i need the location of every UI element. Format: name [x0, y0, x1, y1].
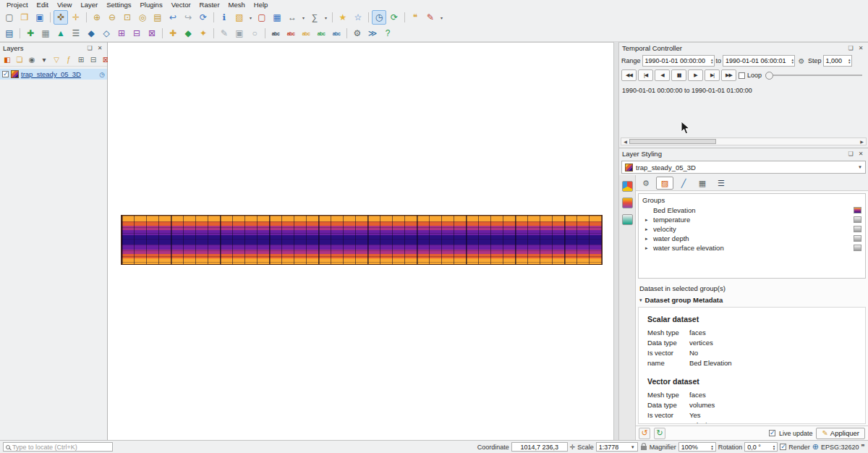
layer-tree-item[interactable]: trap_steady_05_3D ◷ — [0, 69, 107, 80]
menu-item[interactable]: Project — [2, 0, 33, 9]
layer-labeling-icon[interactable]: abc — [268, 26, 283, 41]
extents-icon[interactable]: ✛ — [570, 444, 576, 451]
pin-labels-icon[interactable]: abc — [299, 26, 313, 41]
refresh-temporal-icon[interactable]: ⟳ — [387, 10, 401, 25]
coordinate-input[interactable]: 1014,7 236,3 — [511, 442, 568, 452]
close-panel-icon[interactable]: ✕ — [856, 150, 865, 158]
group-row[interactable]: ▸ velocity — [639, 224, 865, 234]
apply-button[interactable]: ✎ Appliquer — [816, 428, 865, 439]
add-mesh-layer-icon[interactable]: ▲ — [54, 26, 68, 41]
add-xyz-layer-icon[interactable]: ⊠ — [145, 26, 159, 41]
group-legend-swatch[interactable] — [854, 235, 861, 242]
pan-map-icon[interactable]: ✜ — [54, 10, 68, 25]
zoom-out-icon[interactable]: ⊖ — [105, 10, 119, 25]
float-panel-icon[interactable]: ❏ — [85, 44, 94, 53]
tab-vectors[interactable]: ╱ — [675, 177, 692, 190]
data-source-manager-icon[interactable]: ▤ — [2, 26, 17, 41]
map-canvas[interactable] — [108, 42, 613, 440]
add-group-icon[interactable]: ❏ — [14, 54, 25, 66]
zoom-full-icon[interactable]: ⊡ — [120, 10, 135, 25]
scroll-left-icon[interactable]: ◀ — [621, 138, 629, 145]
globe-crs-icon[interactable]: ⊕ — [812, 442, 819, 452]
save-layer-edits-icon[interactable]: ▣ — [232, 26, 247, 41]
loop-checkbox[interactable] — [739, 72, 745, 79]
spinner-icon[interactable] — [773, 444, 775, 450]
group-legend-swatch[interactable] — [854, 245, 861, 251]
scrollbar-track[interactable] — [629, 138, 858, 145]
menu-item[interactable]: Settings — [102, 0, 135, 9]
color-ramp-icon[interactable] — [622, 198, 633, 208]
new-bookmark-icon[interactable]: ★ — [336, 10, 350, 25]
highlight-labels-icon[interactable]: abc — [314, 26, 328, 41]
python-console-icon[interactable]: ≫ — [365, 26, 380, 41]
menu-item[interactable]: Layer — [76, 0, 102, 9]
spinner-icon[interactable] — [711, 58, 713, 64]
redo-style-icon[interactable]: ↻ — [654, 428, 665, 439]
locate-input[interactable]: Type to locate (Ctrl+K) — [3, 442, 113, 452]
filter-legend-icon[interactable]: ▽ — [51, 54, 62, 66]
zoom-next-icon[interactable]: ↪ — [181, 10, 195, 25]
map-tips-icon[interactable]: ❝ — [408, 10, 422, 25]
group-row[interactable]: Bed Elevation — [639, 206, 865, 215]
add-raster-layer-icon[interactable]: ▦ — [38, 26, 53, 41]
open-attribute-table-icon[interactable]: ▦ — [270, 10, 284, 25]
show-bookmarks-icon[interactable]: ☆ — [351, 10, 365, 25]
add-delimited-text-icon[interactable]: ☰ — [69, 26, 83, 41]
range-start-input[interactable]: 1990-01-01 00:00:00 — [642, 55, 715, 67]
processing-toolbox-icon[interactable]: ⚙ — [350, 26, 365, 41]
select-features-icon[interactable]: ▧ — [232, 10, 247, 25]
help-contents-icon[interactable]: ? — [380, 26, 395, 41]
scale-combo[interactable]: 1:3778 ▼ — [596, 442, 638, 452]
magnifier-input[interactable]: 100% — [678, 442, 716, 452]
move-label-icon[interactable]: abc — [329, 26, 344, 41]
measure-icon[interactable]: ↔ — [285, 10, 299, 25]
tab-rendering[interactable]: ▦ — [694, 177, 711, 190]
pan-to-selection-icon[interactable]: ✛ — [69, 10, 83, 25]
step-back-button[interactable]: ◀ — [655, 69, 670, 81]
vertex-tool-icon[interactable]: ○ — [247, 26, 262, 41]
scrollbar-thumb[interactable] — [629, 139, 716, 144]
group-row[interactable]: ▸ water surface elevation — [639, 243, 865, 253]
crs-label[interactable]: EPSG:32620 — [821, 444, 859, 451]
style-manager-icon[interactable]: ✦ — [196, 26, 210, 41]
themes-dropdown-icon[interactable]: ▾ — [38, 54, 50, 66]
group-row[interactable]: ▸ temperature — [639, 215, 865, 224]
range-end-input[interactable]: 1990-01-01 06:00:01 — [723, 55, 795, 67]
layer-visibility-checkbox[interactable] — [2, 71, 9, 77]
expander-icon[interactable]: ▸ — [645, 217, 651, 223]
tab-averaging[interactable]: ☰ — [712, 177, 730, 190]
range-settings-icon[interactable]: ⚙ — [796, 56, 807, 66]
live-update-checkbox[interactable] — [769, 430, 775, 436]
menu-item[interactable]: Vector — [167, 0, 195, 9]
add-vector-layer-icon[interactable]: ✚ — [23, 26, 38, 41]
undo-style-icon[interactable]: ↺ — [639, 428, 650, 439]
group-row[interactable]: ▸ water depth — [639, 234, 865, 243]
zoom-in-icon[interactable]: ⊕ — [90, 10, 104, 25]
temporal-controller-icon[interactable]: ◷ — [372, 10, 386, 25]
menu-item[interactable]: Plugins — [135, 0, 166, 9]
deselect-features-icon[interactable]: ▢ — [255, 10, 269, 25]
rewind-button[interactable]: ◀◀ — [621, 69, 637, 81]
temporal-scrollbar[interactable]: ◀ ▶ — [621, 137, 867, 145]
select-dropdown-icon[interactable]: ▾ — [247, 10, 254, 25]
float-panel-icon[interactable]: ❏ — [846, 150, 855, 158]
skip-to-start-button[interactable]: |◀ — [638, 69, 653, 81]
scroll-right-icon[interactable]: ▶ — [858, 138, 866, 145]
group-legend-swatch[interactable] — [854, 207, 861, 213]
rotation-input[interactable]: 0,0 ° — [744, 442, 778, 452]
menu-item[interactable]: View — [53, 0, 76, 9]
menu-item[interactable]: Edit — [33, 0, 53, 9]
new-annotation-icon[interactable]: ✎ — [423, 10, 438, 25]
group-legend-swatch[interactable] — [854, 226, 861, 232]
menu-item[interactable]: Mesh — [224, 0, 250, 9]
save-project-icon[interactable]: ▣ — [33, 10, 47, 25]
new-shapefile-layer-icon[interactable]: ✚ — [166, 26, 180, 41]
tab-general-settings[interactable]: ⚙ — [637, 177, 655, 190]
expander-icon[interactable]: ▸ — [645, 226, 651, 232]
skip-to-end-button[interactable]: ▶▶ — [721, 69, 736, 81]
spinner-icon[interactable] — [848, 58, 851, 64]
group-legend-swatch[interactable] — [854, 216, 861, 223]
close-panel-icon[interactable]: ✕ — [95, 44, 104, 53]
render-checkbox[interactable] — [780, 444, 786, 450]
lock-scale-icon[interactable] — [641, 446, 647, 450]
